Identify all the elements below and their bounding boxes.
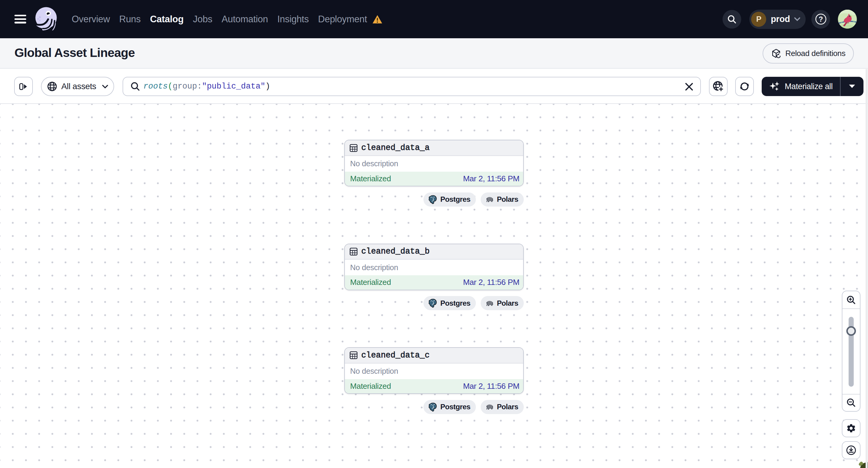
svg-text:?: ? (818, 15, 823, 23)
